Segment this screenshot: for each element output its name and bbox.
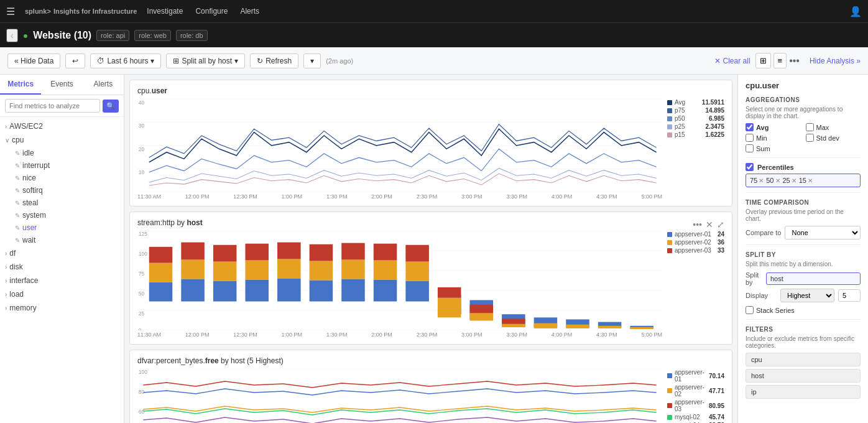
split-by-desc: Split this metric by a dimension. — [746, 261, 861, 267]
tree-group-header-disk[interactable]: › disk — [0, 260, 124, 274]
nav-investigate[interactable]: Investigate — [147, 7, 183, 16]
search-box: 🔍 — [0, 95, 124, 117]
tree-group-disk: › disk — [0, 260, 124, 274]
agg-label-max[interactable]: Max — [816, 124, 829, 131]
legend-item-p15: p15 1.6225 — [667, 131, 724, 138]
agg-label-min[interactable]: Min — [756, 134, 767, 142]
nav-configure[interactable]: Configure — [195, 7, 228, 16]
tree-item-steal[interactable]: ✎ steal — [0, 197, 124, 209]
percentile-label[interactable]: Percentiles — [757, 164, 794, 171]
pencil-icon-8: ✎ — [15, 237, 20, 244]
expand-stream-button[interactable]: ⤢ — [717, 220, 724, 230]
agg-checkbox-sum[interactable] — [746, 144, 754, 152]
display-select[interactable]: Highest — [780, 289, 834, 302]
agg-checkbox-max[interactable] — [806, 123, 814, 131]
tree-item-nice[interactable]: ✎ nice — [0, 172, 124, 184]
percentile-checkbox[interactable] — [746, 163, 754, 171]
svg-rect-46 — [405, 262, 429, 281]
tree-item-wait[interactable]: ✎ wait — [0, 234, 124, 246]
refresh-button[interactable]: ↻ Refresh — [250, 53, 298, 68]
more-options-stream-button[interactable]: ••• — [693, 220, 702, 230]
close-stream-button[interactable]: ✕ — [706, 220, 713, 230]
hide-analysis-button[interactable]: Hide Analysis » — [810, 57, 861, 65]
tree-item-idle[interactable]: ✎ idle — [0, 147, 124, 159]
legend-color-app02 — [667, 240, 672, 245]
agg-label-sum[interactable]: Sum — [756, 145, 770, 152]
search-button[interactable]: 🔍 — [103, 100, 119, 113]
tree-item-user[interactable]: ✎ user — [0, 221, 124, 234]
tree-group-header-cpu[interactable]: ∨ cpu — [0, 133, 124, 147]
split-button[interactable]: ⊞ Split all by host ▾ — [166, 53, 245, 68]
legend-label-app01: appserver-01 — [675, 231, 715, 238]
chart-legend-stream: appserver-01 24 appserver-02 36 appserve… — [662, 231, 724, 330]
agg-label-stddev[interactable]: Std dev — [816, 134, 839, 142]
stack-series-checkbox[interactable] — [746, 306, 754, 314]
search-input[interactable] — [5, 99, 100, 113]
agg-checkbox-avg[interactable] — [746, 123, 754, 131]
clear-all-button[interactable]: ✕ Clear all — [714, 57, 750, 65]
more-options-button[interactable]: ••• — [789, 53, 800, 68]
stack-series-label[interactable]: Stack Series — [756, 307, 795, 314]
tree-item-label-wait: wait — [22, 236, 35, 244]
legend-color-p15 — [667, 132, 672, 137]
tab-alerts[interactable]: Alerts — [83, 75, 124, 95]
legend-color-p75 — [667, 108, 672, 113]
tree-group-header-memory[interactable]: › memory — [0, 301, 124, 315]
svg-rect-59 — [534, 323, 558, 328]
tree-item-system[interactable]: ✎ system — [0, 209, 124, 221]
refresh-label: Refresh — [265, 57, 292, 65]
ptag-remove-50[interactable]: ✕ — [775, 177, 780, 184]
breadcrumb-bar: ‹ ● Website (10) role: api role: web rol… — [0, 22, 868, 47]
user-icon[interactable]: 👤 — [849, 6, 862, 17]
percentile-header: Percentiles — [746, 163, 861, 171]
right-panel: cpu.user AGGREGATIONS Select one or more… — [737, 75, 868, 423]
tree-item-label-softirq: softirq — [22, 186, 43, 195]
split-chevron-icon: ▾ — [234, 57, 238, 65]
tree-item-softirq[interactable]: ✎ softirq — [0, 184, 124, 197]
display-label: Display — [746, 292, 777, 299]
tree-group-header-load[interactable]: › load — [0, 287, 124, 301]
divider-3 — [746, 244, 861, 245]
tab-metrics[interactable]: Metrics — [0, 75, 41, 95]
logo-text: splunk> — [25, 7, 51, 15]
hide-data-button[interactable]: « Hide Data — [7, 53, 60, 68]
svg-rect-45 — [405, 281, 429, 302]
display-count-input[interactable] — [838, 289, 861, 302]
undo-button[interactable]: ↩ — [65, 53, 85, 68]
ptag-remove-25[interactable]: ✕ — [792, 177, 796, 184]
filter-chip-ip[interactable]: ip — [746, 385, 861, 399]
chart-title-dim-stream: host — [187, 218, 202, 227]
tree-group-label-cpu: cpu — [12, 136, 24, 144]
ptag-remove-15[interactable]: ✕ — [808, 177, 813, 184]
aggregations-header: AGGREGATIONS — [746, 96, 861, 103]
back-button[interactable]: ‹ — [6, 29, 18, 42]
svg-rect-61 — [566, 325, 589, 328]
legend-value-dfv-app02: 47.71 — [709, 388, 724, 394]
nav-alerts[interactable]: Alerts — [240, 7, 259, 16]
tree-group-header-interface[interactable]: › interface — [0, 274, 124, 287]
filter-chip-cpu[interactable]: cpu — [746, 353, 861, 366]
tree-group-header-df[interactable]: › df — [0, 246, 124, 260]
agg-checkbox-stddev[interactable] — [806, 134, 814, 142]
ptag-remove-75[interactable]: ✕ — [759, 177, 764, 184]
svg-rect-31 — [245, 260, 269, 279]
refresh-dropdown-button[interactable]: ▾ — [303, 53, 321, 68]
compare-to-select[interactable]: None — [785, 226, 861, 239]
time-range-button[interactable]: ⏱ Last 6 hours ▾ — [90, 53, 161, 68]
legend-item-dfv-mysql02: mysql-02 45.74 — [667, 414, 724, 421]
agg-checkbox-min[interactable] — [746, 134, 754, 142]
chart-area-stream: 125 100 75 50 25 0 — [137, 231, 724, 330]
legend-item-dfv-app02: appserver-02 47.71 — [667, 384, 724, 397]
split-by-input[interactable] — [766, 272, 861, 285]
agg-label-avg[interactable]: Avg — [756, 124, 769, 131]
stack-series-row: Stack Series — [746, 306, 861, 314]
filter-chip-host[interactable]: host — [746, 369, 861, 383]
tree-group-aws: › AWS/EC2 — [0, 119, 124, 133]
x-label-s5: 2:00 PM — [371, 332, 392, 338]
hamburger-icon[interactable]: ☰ — [6, 6, 15, 17]
list-view-button[interactable]: ≡ — [773, 53, 787, 68]
tree-group-header-aws[interactable]: › AWS/EC2 — [0, 119, 124, 133]
tree-item-interrupt[interactable]: ✎ interrupt — [0, 159, 124, 172]
grid-view-button[interactable]: ⊞ — [755, 53, 771, 68]
tab-events[interactable]: Events — [41, 75, 82, 95]
